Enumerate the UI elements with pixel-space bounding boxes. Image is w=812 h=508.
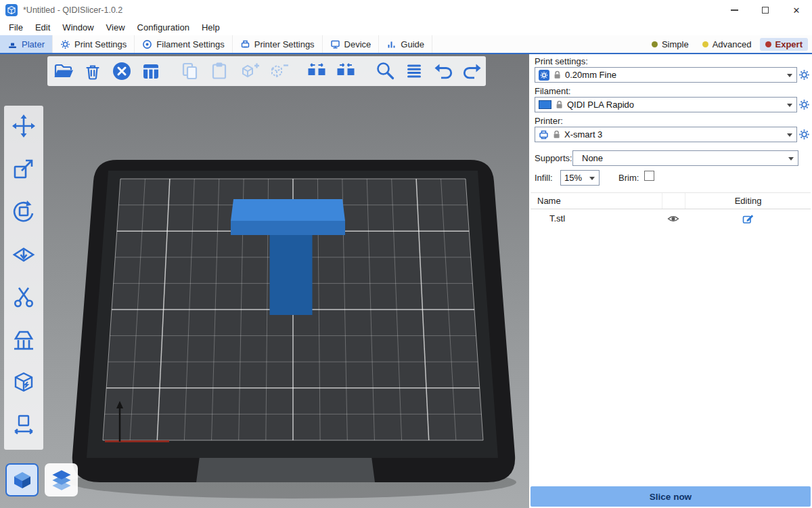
- brim-checkbox[interactable]: [644, 171, 654, 181]
- print-settings-icon: [60, 39, 70, 49]
- add-instance-button[interactable]: [237, 60, 260, 83]
- lock-icon: [553, 130, 560, 139]
- variable-layer-height-icon: [403, 60, 426, 83]
- arrange-button[interactable]: [139, 60, 162, 83]
- filament-color-swatch: [539, 100, 551, 109]
- slice-now-button[interactable]: Slice now: [531, 486, 811, 507]
- filament-settings-icon: [142, 39, 152, 49]
- menu-help[interactable]: Help: [196, 20, 226, 35]
- arrange-icon: [139, 60, 162, 83]
- menu-file[interactable]: File: [3, 20, 29, 35]
- object-list-row[interactable]: T.stl: [531, 209, 811, 228]
- mode-advanced[interactable]: Advanced: [697, 38, 757, 51]
- toggle-visibility-button[interactable]: [662, 215, 685, 223]
- scale-icon: [10, 155, 37, 182]
- search-button[interactable]: [374, 60, 397, 83]
- filament-gear-button[interactable]: [798, 99, 810, 110]
- tab-printer-settings[interactable]: Printer Settings: [233, 35, 323, 53]
- move-tool-button[interactable]: [10, 112, 37, 140]
- delete-button[interactable]: [81, 60, 104, 83]
- titlebar: *Untitled - QIDISlicer-1.0.2 ✕: [0, 0, 812, 20]
- tab-filament-settings[interactable]: Filament Settings: [135, 35, 232, 53]
- edit-object-button[interactable]: [685, 213, 811, 224]
- print-settings-label: Print settings:: [535, 56, 588, 66]
- copy-button[interactable]: [179, 60, 202, 83]
- 3d-view-cube-icon: [12, 470, 32, 490]
- search-icon: [374, 60, 397, 83]
- cut-tool-button[interactable]: [10, 283, 37, 310]
- viewport-3d[interactable]: [0, 54, 529, 508]
- add-instance-icon: [237, 60, 260, 83]
- print-bed: [0, 54, 529, 508]
- copy-icon: [179, 60, 202, 83]
- seam-tool-button[interactable]: [10, 368, 37, 396]
- print-profile-icon: [539, 70, 549, 81]
- print-settings-combo[interactable]: 0.20mm Fine: [535, 67, 797, 83]
- print-settings-value: 0.20mm Fine: [565, 70, 616, 80]
- variable-layer-height-button[interactable]: [403, 60, 426, 83]
- delete-all-icon: [110, 60, 133, 83]
- menu-edit[interactable]: Edit: [29, 20, 56, 35]
- printer-value: X-smart 3: [564, 129, 602, 140]
- close-icon: ✕: [793, 6, 800, 15]
- printer-combo[interactable]: X-smart 3: [535, 127, 797, 142]
- tab-guide[interactable]: Guide: [379, 35, 432, 53]
- cut-icon: [10, 283, 37, 310]
- preview-layers-icon: [50, 469, 73, 492]
- column-name: Name: [531, 193, 662, 209]
- tab-plater[interactable]: Plater: [0, 35, 53, 53]
- chevron-down-icon: [589, 177, 595, 183]
- menu-window[interactable]: Window: [56, 20, 99, 35]
- supports-value: None: [577, 153, 603, 163]
- delete-all-button[interactable]: [110, 60, 133, 83]
- measure-tool-button[interactable]: [10, 411, 37, 438]
- printer-icon: [539, 129, 549, 140]
- infill-combo[interactable]: 15%: [560, 170, 600, 186]
- supports-combo[interactable]: None: [572, 150, 798, 166]
- top-toolbar: [47, 56, 486, 86]
- remove-instance-button[interactable]: [266, 60, 289, 83]
- minimize-button[interactable]: [719, 0, 750, 20]
- mode-label: Simple: [662, 39, 689, 49]
- printer-settings-icon: [240, 39, 250, 49]
- place-on-face-tool-button[interactable]: [10, 240, 37, 268]
- printer-gear-button[interactable]: [798, 129, 810, 140]
- paint-supports-tool-button[interactable]: [10, 326, 37, 353]
- menu-view[interactable]: View: [100, 20, 131, 35]
- tab-device[interactable]: Device: [323, 35, 380, 53]
- guide-icon: [386, 39, 397, 49]
- close-button[interactable]: ✕: [781, 0, 812, 20]
- print-settings-gear-button[interactable]: [798, 69, 810, 81]
- tab-label: Print Settings: [74, 39, 127, 49]
- preview-view-button[interactable]: [45, 463, 78, 496]
- view-switcher: [5, 463, 78, 496]
- mode-simple[interactable]: Simple: [646, 38, 694, 51]
- rotate-icon: [10, 198, 37, 225]
- open-folder-button[interactable]: [52, 60, 75, 83]
- maximize-button[interactable]: [750, 0, 781, 20]
- paste-button[interactable]: [208, 60, 231, 83]
- mode-expert[interactable]: Expert: [760, 38, 808, 51]
- place-on-face-icon: [10, 240, 37, 268]
- tab-print-settings[interactable]: Print Settings: [53, 35, 135, 53]
- column-visibility: [662, 193, 685, 209]
- rotate-tool-button[interactable]: [10, 198, 37, 225]
- app-logo-icon: [5, 4, 18, 16]
- minimize-icon: [731, 9, 738, 11]
- infill-label: Infill:: [535, 173, 553, 183]
- brim-label: Brim:: [618, 173, 639, 183]
- undo-button[interactable]: [432, 60, 455, 83]
- left-toolbar: [4, 106, 43, 450]
- split-to-parts-button[interactable]: [334, 60, 357, 83]
- redo-button[interactable]: [461, 60, 484, 83]
- chevron-down-icon: [787, 133, 792, 140]
- split-to-objects-button[interactable]: [305, 60, 328, 83]
- 3d-editor-view-button[interactable]: [5, 463, 39, 496]
- edit-icon: [742, 213, 754, 224]
- menu-configuration[interactable]: Configuration: [131, 20, 196, 35]
- remove-instance-icon: [266, 60, 289, 83]
- filament-combo[interactable]: QIDI PLA Rapido: [535, 97, 797, 112]
- scale-tool-button[interactable]: [10, 155, 37, 182]
- object-list-header: Name Editing: [531, 192, 811, 209]
- chevron-down-icon: [788, 157, 794, 163]
